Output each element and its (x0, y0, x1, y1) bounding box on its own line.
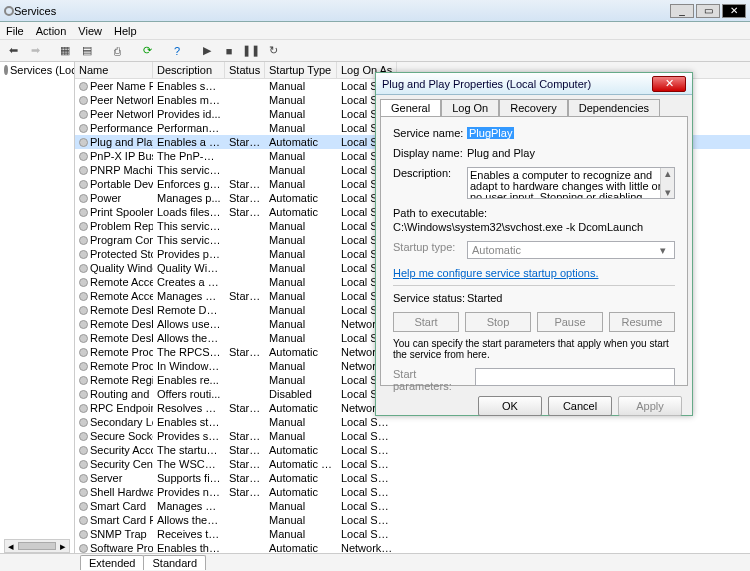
dialog-tabs: General Log On Recovery Dependencies (376, 95, 692, 116)
tab-recovery[interactable]: Recovery (499, 99, 567, 116)
description-box[interactable]: Enables a computer to recognize and adap… (467, 167, 675, 199)
tree-root[interactable]: Services (Loca (0, 62, 74, 78)
menu-help[interactable]: Help (114, 25, 137, 37)
minimize-button[interactable]: _ (670, 4, 694, 18)
back-button[interactable]: ⬅ (4, 42, 22, 60)
gear-icon (79, 474, 88, 483)
dialog-title: Plug and Play Properties (Local Computer… (382, 78, 652, 90)
startup-type-label: Startup type: (393, 241, 467, 253)
gear-icon (79, 488, 88, 497)
gear-icon (79, 348, 88, 357)
gear-icon (79, 432, 88, 441)
gear-icon (79, 264, 88, 273)
gear-icon (79, 320, 88, 329)
pause-button[interactable]: Pause (537, 312, 603, 332)
display-name-value: Plug and Play (467, 147, 675, 159)
gear-icon (79, 362, 88, 371)
start-params-label: Start parameters: (393, 368, 475, 392)
table-row[interactable]: Secure Socket ...Provides su...StartedMa… (75, 429, 750, 443)
gear-icon (79, 390, 88, 399)
gear-icon (79, 236, 88, 245)
gear-icon (79, 96, 88, 105)
gear-icon (79, 530, 88, 539)
col-description[interactable]: Description (153, 62, 225, 78)
service-name-label: Service name: (393, 127, 467, 139)
table-row[interactable]: Security CenterThe WSCSV...StartedAutoma… (75, 457, 750, 471)
refresh-button[interactable]: ⟳ (138, 42, 156, 60)
startup-type-combo[interactable]: Automatic▾ (467, 241, 675, 259)
service-status-label: Service status: (393, 292, 467, 304)
resume-button[interactable]: Resume (609, 312, 675, 332)
table-row[interactable]: ServerSupports fil...StartedAutomaticLoc… (75, 471, 750, 485)
ok-button[interactable]: OK (478, 396, 542, 416)
service-name-value[interactable]: PlugPlay (467, 127, 514, 139)
col-startup[interactable]: Startup Type (265, 62, 337, 78)
tab-standard[interactable]: Standard (143, 555, 206, 570)
start-service-button[interactable]: ▶ (198, 42, 216, 60)
maximize-button[interactable]: ▭ (696, 4, 720, 18)
gear-icon (79, 152, 88, 161)
toolbar: ⬅ ➡ ▦ ▤ ⎙ ⟳ ? ▶ ■ ❚❚ ↻ (0, 40, 750, 62)
pause-service-button[interactable]: ❚❚ (242, 42, 260, 60)
help-button[interactable]: ? (168, 42, 186, 60)
properties-button[interactable]: ▤ (78, 42, 96, 60)
service-status-value: Started (467, 292, 675, 304)
table-row[interactable]: Security Accou...The startup ...StartedA… (75, 443, 750, 457)
tab-general[interactable]: General (380, 99, 441, 116)
display-name-label: Display name: (393, 147, 467, 159)
table-row[interactable]: Smart Card Re...Allows the s...ManualLoc… (75, 513, 750, 527)
export-button[interactable]: ⎙ (108, 42, 126, 60)
help-link[interactable]: Help me configure service startup option… (393, 267, 598, 279)
gear-icon (79, 418, 88, 427)
cancel-button[interactable]: Cancel (548, 396, 612, 416)
gear-icon (79, 292, 88, 301)
gear-icon (79, 250, 88, 259)
start-params-input[interactable] (475, 368, 675, 386)
table-row[interactable]: SNMP TrapReceives tra...ManualLocal Serv… (75, 527, 750, 541)
specify-text: You can specify the start parameters tha… (393, 338, 675, 360)
tree-hscroll[interactable]: ◂▸ (4, 539, 70, 553)
table-row[interactable]: Shell Hardwar...Provides no...StartedAut… (75, 485, 750, 499)
tab-extended[interactable]: Extended (80, 555, 144, 570)
gear-icon (79, 446, 88, 455)
tab-logon[interactable]: Log On (441, 99, 499, 116)
services-icon (4, 65, 8, 75)
stop-button[interactable]: Stop (465, 312, 531, 332)
gear-icon (79, 222, 88, 231)
description-scrollbar[interactable]: ▴▾ (660, 168, 674, 198)
col-status[interactable]: Status (225, 62, 265, 78)
col-name[interactable]: Name (75, 62, 153, 78)
gear-icon (79, 166, 88, 175)
tree-pane: Services (Loca (0, 62, 75, 553)
gear-icon (79, 460, 88, 469)
forward-button[interactable]: ➡ (26, 42, 44, 60)
show-hide-tree-button[interactable]: ▦ (56, 42, 74, 60)
dialog-close-button[interactable]: ✕ (652, 76, 686, 92)
apply-button[interactable]: Apply (618, 396, 682, 416)
gear-icon (79, 544, 88, 553)
dialog-titlebar[interactable]: Plug and Play Properties (Local Computer… (376, 73, 692, 95)
description-label: Description: (393, 167, 467, 179)
start-button[interactable]: Start (393, 312, 459, 332)
gear-icon (79, 278, 88, 287)
properties-dialog: Plug and Play Properties (Local Computer… (375, 72, 693, 416)
gear-icon (79, 334, 88, 343)
gear-icon (79, 306, 88, 315)
stop-service-button[interactable]: ■ (220, 42, 238, 60)
table-row[interactable]: Smart CardManages ac...ManualLocal Servi… (75, 499, 750, 513)
tab-dependencies[interactable]: Dependencies (568, 99, 660, 116)
close-button[interactable]: ✕ (722, 4, 746, 18)
restart-service-button[interactable]: ↻ (264, 42, 282, 60)
path-value: C:\Windows\system32\svchost.exe -k DcomL… (393, 221, 675, 233)
menu-file[interactable]: File (6, 25, 24, 37)
menu-action[interactable]: Action (36, 25, 67, 37)
gear-icon (79, 138, 88, 147)
menu-view[interactable]: View (78, 25, 102, 37)
gear-icon (79, 82, 88, 91)
gear-icon (79, 124, 88, 133)
window-title: Services (14, 5, 670, 17)
gear-icon (79, 404, 88, 413)
table-row[interactable]: Software Prot...Enables the ...Automatic… (75, 541, 750, 553)
gear-icon (79, 180, 88, 189)
gear-icon (79, 194, 88, 203)
